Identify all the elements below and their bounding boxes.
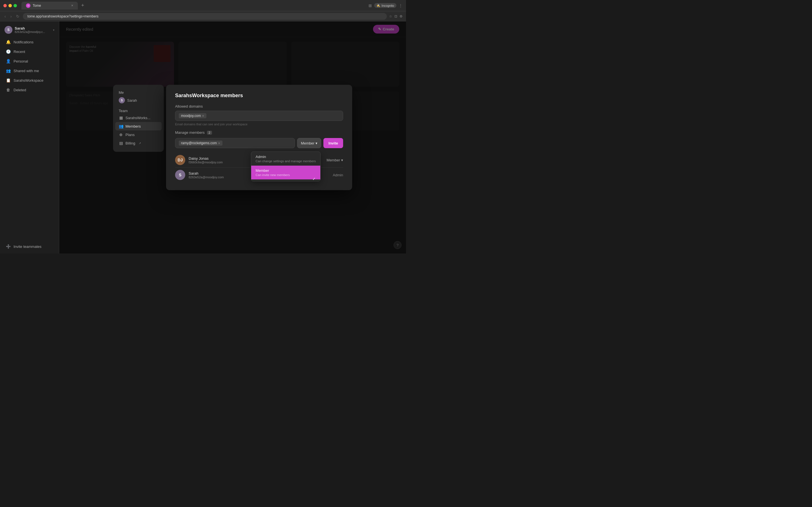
sidebar-item-personal[interactable]: 👤 Personal (1, 57, 58, 66)
invite-email-text: ramy@rocketgems.com (181, 141, 217, 145)
domain-input-row[interactable]: moodjoy.com ✕ (175, 111, 343, 121)
allowed-domains-label: Allowed domains (175, 104, 343, 108)
nav-item-sarahsworks-label: SarahsWorks... (125, 116, 151, 120)
bell-icon: 🔔 (6, 40, 11, 45)
domain-tag-remove-button[interactable]: ✕ (202, 114, 204, 117)
back-button[interactable]: ‹ (3, 13, 7, 20)
nav-item-members-label: Members (125, 124, 141, 128)
sidebar-item-notifications[interactable]: 🔔 Notifications (1, 38, 58, 47)
user-email: 8263e52a@moodjoy.c... (15, 31, 51, 34)
sidebar-item-label: Invite teammates (13, 244, 42, 249)
sidebar-item-recent[interactable]: 🕐 Recent (1, 47, 58, 56)
sidebar-item-label: Notifications (13, 40, 34, 44)
modal-overlay[interactable]: Me S Sarah Team ▦ SarahsWorks... 👥 Membe… (59, 21, 406, 253)
extensions-icon[interactable]: ⊞ (368, 3, 372, 8)
daisy-role-button[interactable]: Member ▾ (326, 158, 343, 162)
people-icon: 👥 (6, 68, 11, 73)
main-content: Recently edited ✎ Create Discover the ha… (59, 21, 406, 253)
tome-favicon: ◎ (26, 3, 31, 8)
sidebar-item-label: SarahsWorkspace (13, 78, 43, 82)
forward-button[interactable]: › (9, 13, 13, 20)
invite-button[interactable]: Invite (323, 138, 343, 148)
domain-tag-text: moodjoy.com (181, 114, 201, 118)
chevron-down-icon: ▾ (315, 141, 317, 145)
dropdown-item-member[interactable]: Member Can invite new members ✓ (251, 166, 320, 179)
sidebar-item-shared[interactable]: 👥 Shared with me (1, 66, 58, 75)
user-menu-button[interactable]: S Sarah 8263e52a@moodjoy.c... ▾ (1, 24, 58, 36)
address-bar: ‹ › ↻ ☆ ⊡ ⚙ (0, 11, 406, 21)
add-person-icon: ➕ (6, 244, 11, 249)
invite-email-tag[interactable]: ramy@rocketgems.com ✕ (179, 140, 222, 146)
sidebar-item-label: Recent (13, 50, 25, 54)
address-bar-icons: ☆ ⊡ ⚙ (389, 14, 403, 18)
sidebar-item-label: Deleted (13, 88, 26, 92)
minimize-window-button[interactable] (8, 4, 12, 7)
new-tab-button[interactable]: + (79, 3, 87, 8)
address-input[interactable] (23, 13, 387, 20)
plans-nav-icon: ⊕ (119, 132, 123, 137)
nav-item-members[interactable]: 👥 Members (115, 122, 161, 130)
nav-item-sarah[interactable]: S Sarah (115, 95, 161, 105)
modal: SarahsWorkspace members Allowed domains … (166, 85, 352, 190)
bookmark-icon[interactable]: ☆ (389, 14, 392, 18)
user-info: Sarah 8263e52a@moodjoy.c... (15, 26, 51, 34)
cast-icon[interactable]: ⊡ (395, 14, 397, 18)
nav-item-billing[interactable]: ▤ Billing ↗ (115, 139, 161, 147)
extension-puzzle-icon[interactable]: ⚙ (400, 14, 403, 18)
active-tab[interactable]: ◎ Tome ✕ (21, 2, 78, 10)
clock-icon: 🕐 (6, 49, 11, 54)
chevron-down-icon: ▾ (53, 29, 54, 32)
checkmark-icon: ✓ (312, 177, 316, 181)
modal-wrapper: Me S Sarah Team ▦ SarahsWorks... 👥 Membe… (113, 85, 352, 190)
domain-tag[interactable]: moodjoy.com ✕ (179, 113, 206, 118)
sidebar-item-label: Personal (13, 59, 28, 63)
close-window-button[interactable] (3, 4, 7, 7)
nav-item-plans[interactable]: ⊕ Plans (115, 130, 161, 139)
reload-button[interactable]: ↻ (15, 13, 20, 20)
traffic-lights (3, 4, 17, 7)
nav-item-sarah-label: Sarah (127, 98, 137, 103)
sarah-role-label: Admin (333, 173, 343, 177)
team-label: Team (115, 108, 161, 114)
tab-bar: ◎ Tome ✕ + (21, 2, 366, 10)
modal-title: SarahsWorkspace members (175, 93, 343, 99)
dropdown-item-admin[interactable]: Admin Can change settings and manage mem… (251, 152, 320, 166)
tab-close-button[interactable]: ✕ (71, 4, 73, 7)
external-link-icon: ↗ (139, 142, 141, 145)
app-layout: S Sarah 8263e52a@moodjoy.c... ▾ 🔔 Notifi… (0, 21, 406, 253)
nav-item-plans-label: Plans (125, 133, 135, 137)
nav-panel: Me S Sarah Team ▦ SarahsWorks... 👥 Membe… (113, 85, 164, 152)
more-options-icon[interactable]: ⋮ (399, 3, 403, 8)
role-select-button[interactable]: Member ▾ (297, 138, 321, 148)
daisy-role-label: Member (326, 158, 340, 162)
chevron-down-icon: ▾ (341, 158, 343, 162)
maximize-window-button[interactable] (13, 4, 17, 7)
member-count-badge: 2 (207, 131, 212, 135)
incognito-icon: 🕵 (376, 4, 380, 7)
member-role-desc: Can invite new members (256, 173, 316, 177)
me-label: Me (115, 89, 161, 95)
sidebar-item-workspace[interactable]: 📋 SarahsWorkspace (1, 76, 58, 85)
workspace-nav-icon: ▦ (119, 115, 123, 120)
role-label: Member (301, 141, 314, 145)
daisy-avatar: DJ (175, 155, 185, 165)
sarah-avatar-nav: S (119, 97, 125, 103)
sidebar-item-invite[interactable]: ➕ Invite teammates (1, 242, 58, 251)
member-role-title: Member (256, 168, 316, 173)
incognito-indicator: 🕵 Incognito (374, 3, 396, 8)
admin-role-title: Admin (256, 155, 316, 159)
invite-email-input[interactable]: ramy@rocketgems.com ✕ (175, 138, 295, 148)
role-dropdown: Admin Can change settings and manage mem… (251, 152, 320, 181)
browser-nav-icons: ⊞ 🕵 Incognito ⋮ (368, 3, 403, 8)
browser-chrome: ◎ Tome ✕ + ⊞ 🕵 Incognito ⋮ (0, 0, 406, 11)
workspace-icon: 📋 (6, 78, 11, 83)
invite-email-remove-button[interactable]: ✕ (218, 142, 220, 145)
billing-nav-icon: ▤ (119, 141, 123, 145)
nav-item-sarahsworks[interactable]: ▦ SarahsWorks... (115, 114, 161, 122)
manage-members-row: Manage members 2 (175, 130, 343, 135)
avatar: S (4, 26, 12, 34)
sidebar-item-deleted[interactable]: 🗑 Deleted (1, 86, 58, 94)
nav-item-billing-label: Billing (125, 141, 135, 145)
sarah-avatar: S (175, 170, 185, 180)
members-nav-icon: 👥 (119, 124, 123, 128)
